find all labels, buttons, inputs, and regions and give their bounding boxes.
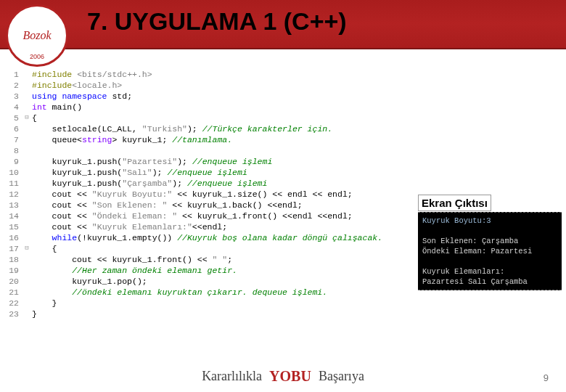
fold-icon — [22, 298, 32, 309]
fold-icon — [22, 80, 32, 91]
console-line — [422, 256, 557, 266]
fold-icon — [22, 232, 32, 243]
line-number: 2 — [4, 80, 22, 91]
console-line: Kuyruk Elemanları: — [422, 266, 557, 277]
line-number: 8 — [4, 145, 22, 156]
footer-brand: YOBU — [269, 368, 311, 385]
code-content: { — [32, 113, 411, 123]
code-line: 23} — [4, 309, 411, 319]
code-content: //öndeki elemanı kuyruktan çıkarır. dequ… — [32, 287, 411, 298]
fold-icon — [22, 167, 32, 178]
code-content: } — [32, 309, 411, 319]
code-content — [32, 145, 411, 156]
line-number: 16 — [4, 232, 22, 243]
code-content: cout << "Öndeki Eleman: " << kuyruk_1.fr… — [32, 211, 411, 221]
code-content: kuyruk_1.pop(); — [32, 276, 411, 287]
console-line — [422, 226, 557, 236]
output-label: Ekran Çıktısı — [418, 195, 491, 211]
code-content: queue<string> kuyruk_1; //tanımlama. — [32, 134, 411, 145]
slide-header: Bozok 2006 7. UYGULAMA 1 (C++) — [0, 0, 566, 49]
fold-icon — [22, 145, 32, 156]
code-content: kuyruk_1.push("Pazartesi"); //enqueue iş… — [32, 156, 411, 167]
console-line: Pazartesi Salı Çarşamba — [422, 277, 557, 287]
code-content: cout << "Son Eklenen: " << kuyruk_1.back… — [32, 200, 411, 211]
line-number: 11 — [4, 178, 22, 189]
line-number: 5 — [4, 113, 22, 123]
line-number: 9 — [4, 156, 22, 167]
code-content: } — [32, 298, 411, 309]
fold-icon — [22, 189, 32, 200]
fold-icon — [22, 254, 32, 265]
university-logo: Bozok 2006 — [6, 4, 68, 67]
fold-icon — [22, 309, 32, 319]
console-line: Öndeki Eleman: Pazartesi — [422, 246, 557, 256]
code-line: 4int main() — [4, 102, 411, 113]
code-content: cout << "Kuyruk Boyutu:" << kuyruk_1.siz… — [32, 189, 411, 200]
code-content: using namespace std; — [32, 91, 411, 102]
code-line: 9 kuyruk_1.push("Pazartesi"); //enqueue … — [4, 156, 411, 167]
console-line: Kuyruk Boyutu:3 — [422, 216, 557, 226]
line-number: 20 — [4, 276, 22, 287]
code-content: { — [32, 243, 411, 254]
fold-icon — [22, 287, 32, 298]
code-line: 19 //Her zaman öndeki elemanı getir. — [4, 265, 411, 276]
logo-year: 2006 — [30, 53, 44, 60]
line-number: 1 — [4, 69, 22, 80]
line-number: 19 — [4, 265, 22, 276]
code-line: 12 cout << "Kuyruk Boyutu:" << kuyruk_1.… — [4, 189, 411, 200]
code-listing: 1#include <bits/stdc++.h>2#include<local… — [4, 69, 411, 319]
code-line: 8 — [4, 145, 411, 156]
line-number: 3 — [4, 91, 22, 102]
fold-icon — [22, 123, 32, 134]
logo-text: Bozok — [15, 14, 59, 57]
line-number: 7 — [4, 134, 22, 145]
fold-icon — [22, 265, 32, 276]
line-number: 22 — [4, 298, 22, 309]
code-line: 2#include<locale.h> — [4, 80, 411, 91]
footer-motto-right: Başarıya — [319, 369, 364, 384]
code-content: #include <bits/stdc++.h> — [32, 69, 411, 80]
line-number: 14 — [4, 211, 22, 221]
code-line: 17⊟ { — [4, 243, 411, 254]
code-line: 15 cout << "Kuyruk Elemanları:"<<endl; — [4, 221, 411, 232]
code-content: setlocale(LC_ALL, "Turkish"); //Türkçe k… — [32, 123, 411, 134]
code-line: 16 while(!kuyruk_1.empty()) //Kuyruk boş… — [4, 232, 411, 243]
console-line: Son Eklenen: Çarşamba — [422, 236, 557, 246]
line-number: 23 — [4, 309, 22, 319]
line-number: 17 — [4, 243, 22, 254]
code-content: kuyruk_1.push("Çarşamba"); //enqueue işl… — [32, 178, 411, 189]
code-line: 20 kuyruk_1.pop(); — [4, 276, 411, 287]
code-content: int main() — [32, 102, 411, 113]
slide-footer: Kararlılıkla YOBU Başarıya — [0, 368, 566, 385]
fold-icon — [22, 91, 32, 102]
line-number: 10 — [4, 167, 22, 178]
fold-icon — [22, 69, 32, 80]
code-content: cout << kuyruk_1.front() << " "; — [32, 254, 411, 265]
line-number: 12 — [4, 189, 22, 200]
fold-icon[interactable]: ⊟ — [22, 243, 32, 254]
code-content: cout << "Kuyruk Elemanları:"<<endl; — [32, 221, 411, 232]
line-number: 18 — [4, 254, 22, 265]
line-number: 6 — [4, 123, 22, 134]
fold-icon — [22, 102, 32, 113]
fold-icon — [22, 156, 32, 167]
code-line: 6 setlocale(LC_ALL, "Turkish"); //Türkçe… — [4, 123, 411, 134]
fold-icon — [22, 221, 32, 232]
footer-motto-left: Kararlılıkla — [202, 369, 262, 384]
console-output: Kuyruk Boyutu:3 Son Eklenen: ÇarşambaÖnd… — [418, 212, 562, 290]
code-line: 18 cout << kuyruk_1.front() << " "; — [4, 254, 411, 265]
slide-title: 7. UYGULAMA 1 (C++) — [87, 7, 347, 36]
fold-icon — [22, 178, 32, 189]
code-line: 5⊟{ — [4, 113, 411, 123]
fold-icon[interactable]: ⊟ — [22, 113, 32, 123]
code-content: #include<locale.h> — [32, 80, 411, 91]
code-line: 1#include <bits/stdc++.h> — [4, 69, 411, 80]
line-number: 15 — [4, 221, 22, 232]
fold-icon — [22, 211, 32, 221]
line-number: 4 — [4, 102, 22, 113]
code-line: 14 cout << "Öndeki Eleman: " << kuyruk_1… — [4, 211, 411, 221]
code-content: //Her zaman öndeki elemanı getir. — [32, 265, 411, 276]
fold-icon — [22, 200, 32, 211]
fold-icon — [22, 276, 32, 287]
code-content: while(!kuyruk_1.empty()) //Kuyruk boş ol… — [32, 232, 411, 243]
